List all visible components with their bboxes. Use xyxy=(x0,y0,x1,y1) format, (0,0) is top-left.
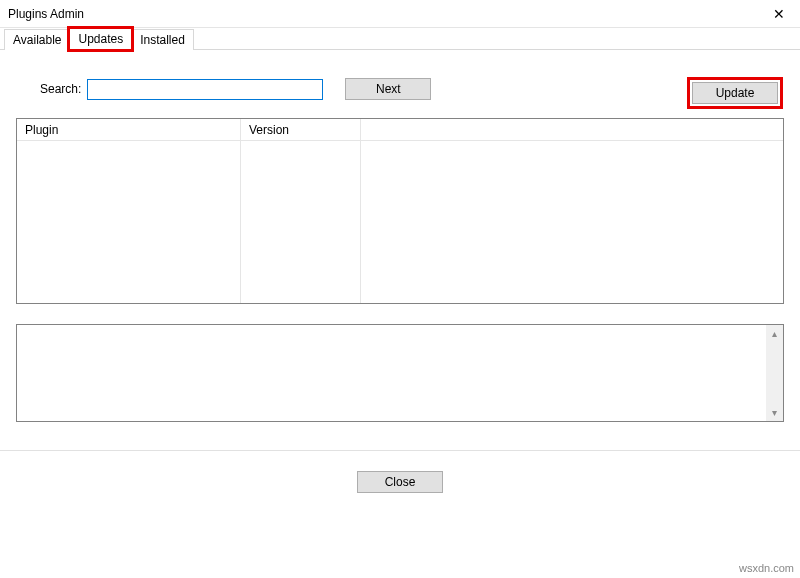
watermark: wsxdn.com xyxy=(739,562,794,574)
titlebar: Plugins Admin ✕ xyxy=(0,0,800,28)
tab-bar: Available Updates Installed xyxy=(0,28,800,50)
close-button[interactable]: Close xyxy=(357,471,443,493)
tab-updates[interactable]: Updates xyxy=(69,28,132,50)
column-version: Version xyxy=(241,119,361,303)
column-plugin: Plugin xyxy=(17,119,241,303)
tab-available[interactable]: Available xyxy=(4,29,70,50)
column-details xyxy=(361,119,783,303)
plugin-table[interactable]: Plugin Version xyxy=(16,118,784,304)
column-header-plugin[interactable]: Plugin xyxy=(17,119,240,141)
tab-installed[interactable]: Installed xyxy=(131,29,194,50)
scrollbar[interactable]: ▴ ▾ xyxy=(766,325,783,421)
search-row: Search: Next xyxy=(40,78,784,100)
close-icon[interactable]: ✕ xyxy=(758,0,800,28)
column-header-details xyxy=(361,119,783,141)
scroll-up-icon[interactable]: ▴ xyxy=(766,325,783,342)
update-button[interactable]: Update xyxy=(692,82,778,104)
search-label: Search: xyxy=(40,82,81,96)
tab-content: Search: Next Update Plugin Version ▴ ▾ C… xyxy=(0,78,800,493)
search-input[interactable] xyxy=(87,79,323,100)
footer: Close xyxy=(16,451,784,493)
column-header-version[interactable]: Version xyxy=(241,119,360,141)
window-title: Plugins Admin xyxy=(8,7,84,21)
scroll-down-icon[interactable]: ▾ xyxy=(766,404,783,421)
next-button[interactable]: Next xyxy=(345,78,431,100)
description-box: ▴ ▾ xyxy=(16,324,784,422)
